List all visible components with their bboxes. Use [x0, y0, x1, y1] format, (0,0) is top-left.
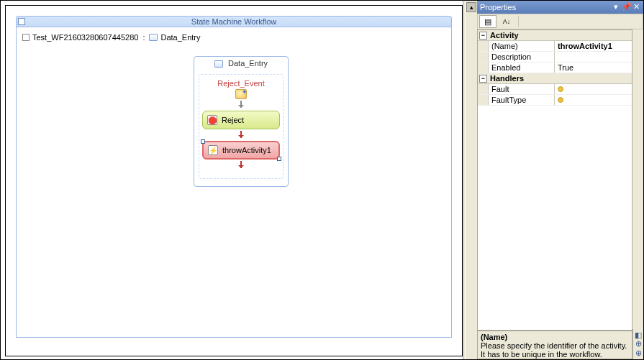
property-row-enabled[interactable]: Enabled True: [478, 63, 632, 73]
side-tab-strip: ◧ ⊕ ⊕: [632, 329, 643, 359]
sort-az-icon: A↓: [503, 18, 511, 25]
row-gutter: [478, 95, 489, 105]
reject-activity[interactable]: 🛑 Reject: [202, 111, 280, 129]
row-gutter: [478, 84, 489, 94]
selection-handle[interactable]: [277, 157, 281, 161]
category-activity[interactable]: − Activity: [478, 30, 632, 41]
property-row-fault[interactable]: Fault: [478, 84, 632, 95]
event-driven-activity[interactable]: Reject_Event 🛑 Reject ⚡ throwActivity1: [199, 74, 284, 179]
property-grid[interactable]: − Activity (Name) throwActivity1 Descrip…: [477, 29, 632, 331]
connector: [240, 101, 242, 108]
state-icon: [149, 34, 158, 41]
category-handlers[interactable]: − Handlers: [478, 73, 632, 84]
property-value[interactable]: throwActivity1: [555, 41, 632, 51]
state-activity[interactable]: Data_Entry Reject_Event 🛑 Reject ⚡: [194, 56, 289, 187]
warning-icon: [558, 86, 563, 92]
property-value[interactable]: True: [555, 63, 632, 73]
event-name: Reject_Event: [202, 79, 280, 88]
pin-icon[interactable]: 📌: [622, 3, 630, 11]
close-icon[interactable]: ✕: [632, 3, 640, 11]
warning-icon: [558, 97, 563, 103]
description-text: Please specify the identifier of the act…: [481, 341, 629, 359]
scroll-gutter: ▴: [466, 1, 477, 359]
throw-activity[interactable]: ⚡ throwActivity1: [202, 141, 280, 160]
description-name: (Name): [481, 333, 629, 341]
workflow-icon: [18, 18, 25, 25]
property-name: Fault: [489, 84, 555, 94]
breadcrumb-separator: :: [141, 33, 146, 42]
categorized-icon: ▤: [484, 17, 491, 27]
scroll-up-icon[interactable]: ▴: [466, 2, 476, 12]
toolbar-separator: [518, 16, 519, 27]
categorized-button[interactable]: ▤: [479, 15, 496, 28]
tab-icon[interactable]: ⊕: [633, 349, 643, 358]
row-gutter: [478, 63, 489, 73]
properties-title-text: Properties: [480, 1, 516, 14]
property-row-name[interactable]: (Name) throwActivity1: [478, 41, 632, 52]
tab-icon[interactable]: ⊕: [633, 340, 643, 349]
connector: [240, 131, 242, 138]
breadcrumb: Test_WF21603280607445280 : Data_Entry: [22, 33, 201, 42]
connector: [240, 161, 242, 168]
category-label: Handlers: [490, 74, 524, 83]
workflow-root-icon: [22, 34, 30, 41]
canvas-title-text: State Machine Workflow: [191, 17, 276, 26]
category-label: Activity: [490, 31, 519, 40]
properties-toolbar: ▤ A↓: [477, 14, 643, 29]
reject-icon: 🛑: [207, 115, 217, 125]
properties-titlebar: Properties ▾ 📌 ✕: [477, 1, 643, 14]
row-gutter: [478, 52, 489, 62]
breadcrumb-current[interactable]: Data_Entry: [160, 33, 200, 42]
property-name: FaultType: [489, 95, 555, 105]
right-gutter: ◧ ⊕ ⊕: [632, 29, 643, 359]
breadcrumb-root[interactable]: Test_WF21603280607445280: [32, 33, 138, 42]
workflow-designer[interactable]: State Machine Workflow Test_WF2160328060…: [5, 5, 463, 356]
collapse-icon[interactable]: −: [479, 75, 487, 83]
state-icon: [214, 60, 223, 68]
tab-icon[interactable]: ◧: [633, 331, 643, 339]
state-name: Data_Entry: [228, 59, 268, 68]
property-name: Enabled: [489, 63, 555, 73]
throw-icon: ⚡: [208, 145, 218, 155]
property-value[interactable]: [555, 52, 632, 62]
alphabetical-button[interactable]: A↓: [498, 15, 515, 28]
property-row-description[interactable]: Description: [478, 52, 632, 63]
property-name: Description: [489, 52, 555, 62]
property-value[interactable]: [555, 84, 632, 94]
autohide-dropdown-icon[interactable]: ▾: [612, 3, 620, 11]
canvas-title-bar: State Machine Workflow: [16, 16, 452, 27]
property-name: (Name): [489, 41, 555, 51]
property-description: (Name) Please specify the identifier of …: [477, 331, 632, 359]
properties-panel: Properties ▾ 📌 ✕ ▤ A↓ − Activity: [477, 1, 643, 359]
selection-handle[interactable]: [201, 139, 205, 144]
activity-label: throwActivity1: [222, 146, 271, 154]
property-value[interactable]: [555, 95, 632, 105]
property-row-faulttype[interactable]: FaultType: [478, 95, 632, 106]
collapse-icon[interactable]: −: [479, 32, 487, 40]
state-header: Data_Entry: [194, 57, 288, 70]
canvas-body[interactable]: Test_WF21603280607445280 : Data_Entry Da…: [16, 27, 452, 338]
row-gutter: [478, 41, 489, 51]
activity-label: Reject: [222, 116, 244, 124]
event-icon: [235, 89, 247, 99]
